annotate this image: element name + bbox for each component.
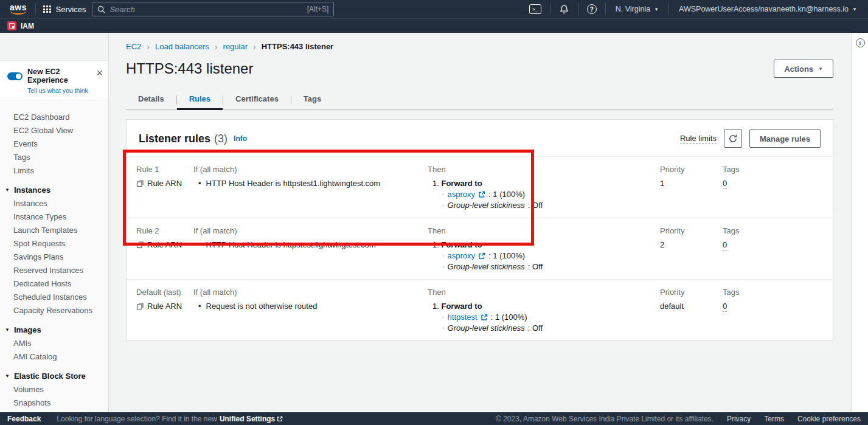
tab-rules[interactable]: Rules [177, 90, 223, 109]
sidebar-item-launch-templates[interactable]: Launch Templates [0, 223, 108, 237]
search-input[interactable] [109, 5, 302, 14]
info-icon[interactable]: i [856, 38, 865, 47]
sidebar-item-reserved-instances[interactable]: Reserved Instances [0, 263, 108, 277]
page-body: New EC2 Experience Tell us what you thin… [0, 33, 868, 412]
action-type: Forward to [441, 302, 482, 311]
feedback-link[interactable]: Feedback [7, 415, 41, 423]
account-menu[interactable]: AWSPowerUserAccess/navaneeth.kn@harness.… [674, 5, 862, 13]
sidebar-item-snapshots[interactable]: Snapshots [0, 396, 108, 409]
privacy-link[interactable]: Privacy [727, 415, 751, 423]
rule-limits-link[interactable]: Rule limits [680, 134, 717, 144]
iam-service-icon [7, 21, 16, 30]
sidebar-item-events[interactable]: Events [0, 137, 108, 150]
sidebar-item-scheduled-instances[interactable]: Scheduled Instances [0, 290, 108, 303]
sidebar-item-dedicated-hosts[interactable]: Dedicated Hosts [0, 277, 108, 290]
target-group-link[interactable]: httpstest [448, 313, 477, 322]
tab-tags[interactable]: Tags [291, 90, 333, 109]
sidebar-item-savings-plans[interactable]: Savings Plans [0, 250, 108, 263]
sidebar-section-instances[interactable]: ▼ Instances [0, 183, 108, 196]
target-weight: : 1 (100%) [488, 190, 525, 199]
sidebar-item-tags[interactable]: Tags [0, 150, 108, 164]
global-search[interactable]: [Alt+S] [92, 2, 334, 16]
actions-button[interactable]: Actions ▼ [774, 60, 833, 78]
favorite-iam-link[interactable]: IAM [21, 22, 34, 30]
sub-bullet-icon: ◦ [442, 325, 445, 331]
sidebar-section-images[interactable]: ▼ Images [0, 323, 108, 336]
bullet-icon: • [198, 179, 201, 188]
rule-arn-copy-button[interactable]: Rule ARN [136, 302, 182, 311]
sidebar-nav: EC2 Dashboard EC2 Global View Events Tag… [0, 100, 108, 409]
stickiness-value: : Off [528, 262, 543, 271]
sidebar-spacer [0, 33, 108, 60]
sub-bullet-icon: ◦ [442, 202, 445, 209]
cloudshell-icon: >_ [529, 4, 541, 14]
external-link-icon [478, 191, 485, 198]
services-label: Services [56, 5, 86, 14]
cookie-preferences-link[interactable]: Cookie preferences [797, 415, 861, 423]
favorites-bar: IAM [0, 18, 868, 33]
region-selector[interactable]: N. Virginia ▼ [611, 5, 664, 13]
then-label: Then [428, 165, 660, 174]
notifications-button[interactable] [555, 4, 573, 15]
tab-details[interactable]: Details [126, 90, 176, 109]
stickiness-value: : Off [528, 201, 543, 210]
tags-count-link[interactable]: 0 [723, 302, 727, 312]
card-title: Listener rules [139, 132, 210, 145]
sidebar-item-ami-catalog[interactable]: AMI Catalog [0, 350, 108, 363]
top-navigation: aws Services [Alt+S] >_ ? N. Virginia ▼ … [0, 0, 868, 18]
if-label: If (all match) [193, 165, 428, 174]
tell-us-link[interactable]: Tell us what you think [27, 87, 101, 94]
manage-rules-button[interactable]: Manage rules [749, 130, 821, 148]
sidebar-item-instances[interactable]: Instances [0, 196, 108, 210]
sidebar-item-ec2-global-view[interactable]: EC2 Global View [0, 123, 108, 137]
sub-bullet-icon: ◦ [442, 252, 445, 259]
nav-divider [605, 3, 606, 15]
help-button[interactable]: ? [583, 4, 600, 14]
target-group-link[interactable]: asproxy [448, 251, 476, 260]
breadcrumb-load-balancers[interactable]: Load balancers [155, 41, 209, 52]
rule-condition: Request is not otherwise routed [206, 302, 318, 311]
rule-name: Default (last) [136, 288, 193, 297]
external-link-icon [277, 416, 283, 422]
unified-settings-link[interactable]: Unified Settings [220, 415, 283, 423]
cloudshell-button[interactable]: >_ [526, 4, 545, 14]
tags-count-link[interactable]: 0 [723, 240, 727, 251]
sidebar-item-amis[interactable]: AMIs [0, 336, 108, 350]
ec2-sidebar: New EC2 Experience Tell us what you thin… [0, 33, 109, 412]
new-experience-toggle[interactable] [7, 72, 23, 80]
refresh-icon [728, 134, 738, 143]
chevron-down-icon: ▼ [818, 66, 823, 72]
chevron-down-icon: ▼ [852, 7, 857, 12]
rules-count: (3) [214, 133, 227, 145]
stickiness-label: Group-level stickiness [448, 201, 525, 210]
breadcrumb-regular[interactable]: regular [223, 41, 248, 52]
stickiness-value: : Off [528, 323, 543, 333]
refresh-button[interactable] [724, 130, 742, 148]
terms-link[interactable]: Terms [764, 415, 784, 423]
aws-logo[interactable]: aws [10, 4, 27, 15]
sidebar-item-volumes[interactable]: Volumes [0, 382, 108, 396]
services-menu-button[interactable]: Services [41, 5, 88, 14]
rule-row-2: Rule 2 Rule ARN If (all match) •HTTP Hos… [127, 218, 833, 279]
rule-arn-copy-button[interactable]: Rule ARN [136, 240, 182, 249]
external-link-icon [478, 252, 485, 260]
sidebar-item-instance-types[interactable]: Instance Types [0, 210, 108, 223]
breadcrumb-ec2[interactable]: EC2 [126, 41, 141, 52]
info-link[interactable]: Info [234, 134, 247, 143]
sidebar-item-spot-requests[interactable]: Spot Requests [0, 237, 108, 250]
sidebar-item-ec2-dashboard[interactable]: EC2 Dashboard [0, 110, 108, 123]
sidebar-item-capacity-reservations[interactable]: Capacity Reservations [0, 303, 108, 317]
rule-arn-copy-button[interactable]: Rule ARN [136, 179, 182, 188]
search-shortcut-hint: [Alt+S] [307, 5, 329, 13]
rule-row-1: Rule 1 Rule ARN If (all match) •HTTP Hos… [127, 157, 833, 218]
nav-divider [578, 3, 578, 15]
target-group-link[interactable]: asproxy [448, 190, 476, 199]
sidebar-item-limits[interactable]: Limits [0, 164, 108, 177]
sidebar-section-elastic-block-store[interactable]: ▼ Elastic Block Store [0, 369, 108, 382]
region-label: N. Virginia [616, 5, 650, 13]
close-icon[interactable]: × [96, 69, 103, 77]
tags-count-link[interactable]: 0 [723, 179, 727, 189]
tab-certificates[interactable]: Certificates [223, 90, 291, 109]
footer: Feedback Looking for language selection?… [0, 412, 868, 425]
tags-label: Tags [723, 288, 833, 297]
